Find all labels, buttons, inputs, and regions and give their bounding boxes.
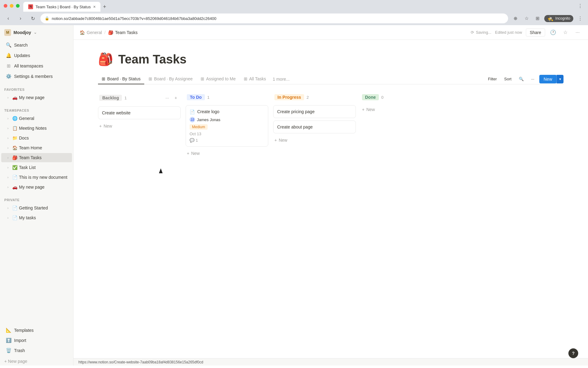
sidebar-item-team-tasks[interactable]: › 🎒 Team Tasks xyxy=(1,153,72,162)
active-browser-tab[interactable]: N Team Tasks | Board · By Status × xyxy=(23,2,100,12)
column-header-inprogress: In Progress 2 xyxy=(273,92,356,103)
backlog-count: 1 xyxy=(124,96,126,100)
sidebar-item-general[interactable]: › 🌐 General xyxy=(1,114,72,123)
history-icon-btn[interactable]: 🕐 xyxy=(549,28,557,37)
breadcrumb-current-label: Team Tasks xyxy=(115,30,138,35)
refresh-btn[interactable]: ↻ xyxy=(28,14,37,23)
backlog-more-btn[interactable]: ··· xyxy=(164,94,171,102)
templates-label: Templates xyxy=(14,328,68,333)
browser-toolbar-icons: ⊕ ☆ ⊞ 🕵 Incognito ⋮ xyxy=(511,14,584,23)
back-btn[interactable]: ‹ xyxy=(4,14,13,23)
new-page-btn[interactable]: + New page xyxy=(0,357,73,366)
more-tabs-btn[interactable]: 1 more... xyxy=(270,74,292,84)
star-icon[interactable]: ☆ xyxy=(522,14,531,23)
filter-btn[interactable]: Filter xyxy=(485,75,499,82)
more-view-options-btn[interactable]: ··· xyxy=(529,75,537,82)
sidebar-item-new-document[interactable]: › 📄 This is my new document xyxy=(1,173,72,182)
new-document-icon: 📄 xyxy=(12,175,18,180)
minimize-window-btn[interactable] xyxy=(10,4,13,8)
cast-icon[interactable]: ⊕ xyxy=(511,14,520,23)
sidebar-item-settings[interactable]: ⚙️ Settings & members xyxy=(1,71,72,81)
sidebar-item-updates[interactable]: 🔔 Updates xyxy=(1,51,72,60)
sidebar-item-label-search: Search xyxy=(14,43,68,48)
backlog-add-btn[interactable]: + xyxy=(172,94,179,102)
extensions-icon[interactable]: ⊞ xyxy=(533,14,542,23)
breadcrumb-separator: / xyxy=(104,30,106,35)
card-create-pricing[interactable]: Create pricing page xyxy=(273,105,356,118)
meeting-notes-icon: 📋 xyxy=(12,126,18,131)
backlog-actions: ··· + xyxy=(164,94,179,102)
maximize-window-btn[interactable] xyxy=(16,4,20,8)
topbar: 🏠 General / 🎒 Team Tasks ⟳ Saving... Edi… xyxy=(74,25,588,40)
meeting-notes-label: Meeting Notes xyxy=(19,126,70,131)
sidebar-item-label-settings: Settings & members xyxy=(14,74,68,79)
chevron-icon: › xyxy=(6,186,10,189)
window-controls xyxy=(0,2,23,10)
card-title: Create about page xyxy=(277,125,352,129)
tab-board-status[interactable]: ⊞ Board · By Status xyxy=(98,74,144,84)
templates-icon: 📐 xyxy=(6,328,12,333)
breadcrumb-current-btn[interactable]: 🎒 Team Tasks xyxy=(108,30,138,35)
sidebar-item-my-new-page[interactable]: › 🚗 My new page xyxy=(1,93,72,102)
sidebar-item-task-list[interactable]: › ✅ Task List xyxy=(1,163,72,172)
tab-all-tasks[interactable]: ⊞ All Tasks xyxy=(240,74,270,84)
card-create-logo[interactable]: 📄 Create logo JJ James Jonas Medium Oct … xyxy=(186,105,268,147)
share-btn[interactable]: Share xyxy=(526,29,545,36)
breadcrumb-home-btn[interactable]: 🏠 General xyxy=(80,30,102,35)
getting-started-icon: 📄 xyxy=(12,205,18,210)
inprogress-badge: In Progress xyxy=(274,94,304,100)
page-emoji: 🎒 xyxy=(98,52,113,67)
done-add-new-btn[interactable]: + New xyxy=(361,105,443,114)
tab-close-btn[interactable]: × xyxy=(93,4,96,9)
chevron-icon: › xyxy=(6,127,10,130)
column-header-todo: To Do 1 xyxy=(186,92,268,103)
sidebar-item-docs[interactable]: › 📁 Docs xyxy=(1,133,72,143)
sidebar-item-my-tasks[interactable]: › 📄 My tasks xyxy=(1,213,72,222)
chevron-icon: › xyxy=(6,96,10,99)
new-record-caret-btn[interactable]: ▾ xyxy=(556,75,564,83)
chevron-icon: › xyxy=(6,117,10,120)
sidebar-item-meeting-notes[interactable]: › 📋 Meeting Notes xyxy=(1,124,72,133)
board-assignee-icon: ⊞ xyxy=(149,76,152,81)
search-btn[interactable]: 🔍 xyxy=(516,75,526,82)
inprogress-count: 2 xyxy=(307,95,309,100)
priority-badge: Medium xyxy=(190,124,208,130)
inprogress-add-new-btn[interactable]: + New xyxy=(273,136,356,144)
team-home-label: Team Home xyxy=(19,145,70,150)
bookmark-icon-btn[interactable]: ☆ xyxy=(561,28,570,37)
tab-assigned-to-me[interactable]: ⊞ Assigned to Me xyxy=(197,74,239,84)
close-window-btn[interactable] xyxy=(4,4,7,8)
new-record-btn[interactable]: New xyxy=(539,75,556,83)
card-create-website[interactable]: Create website ✏️ ··· xyxy=(98,106,181,119)
board-container: Backlog 1 ··· + Create website ✏️ xyxy=(98,92,564,164)
sidebar-item-import[interactable]: ⬆️ Import xyxy=(1,335,72,345)
private-section-label: Private xyxy=(0,192,73,203)
sidebar-item-search[interactable]: 🔍 Search xyxy=(1,40,72,50)
team-home-icon: 🏠 xyxy=(12,145,18,150)
address-bar[interactable]: 🔒 notion.so/2abbade7c80046b1ae50d1a75ecc… xyxy=(40,13,508,23)
card-create-about[interactable]: Create about page xyxy=(273,121,356,133)
sidebar-item-all-teamspaces[interactable]: ⊞ All teamspaces xyxy=(1,61,72,71)
todo-add-new-btn[interactable]: + New xyxy=(186,149,268,158)
saving-spinner-icon: ⟳ xyxy=(471,30,474,35)
new-tab-btn[interactable]: + xyxy=(100,2,109,11)
forward-btn[interactable]: › xyxy=(16,14,25,23)
assigned-to-me-label: Assigned to Me xyxy=(206,76,236,81)
more-options-btn[interactable]: ··· xyxy=(573,28,582,37)
tab-board-assignee[interactable]: ⊞ Board · By Assignee xyxy=(145,74,196,84)
browser-more-btn[interactable]: ⋮ xyxy=(576,14,584,23)
sort-btn[interactable]: Sort xyxy=(502,75,514,82)
sidebar-item-getting-started[interactable]: › 📄 Getting Started xyxy=(1,203,72,213)
sidebar-item-templates[interactable]: 📐 Templates xyxy=(1,325,72,335)
page-content: 🎒 Team Tasks ⊞ Board · By Status ⊞ Board… xyxy=(74,40,588,358)
card-text: Create logo xyxy=(197,109,219,114)
browser-menu-btn[interactable]: ⋮ xyxy=(576,2,584,10)
sidebar-item-my-new-page-2[interactable]: › 🚗 My new page xyxy=(1,182,72,192)
sidebar-item-trash[interactable]: 🗑️ Trash xyxy=(1,346,72,355)
backlog-add-new-btn[interactable]: + New xyxy=(98,122,181,130)
settings-icon: ⚙️ xyxy=(6,74,12,79)
sidebar-item-team-home[interactable]: › 🏠 Team Home xyxy=(1,143,72,152)
sidebar-item-label-updates: Updates xyxy=(14,53,68,58)
help-btn[interactable]: ? xyxy=(568,348,578,358)
workspace-name[interactable]: M Moodjoy ⌄ xyxy=(4,29,37,36)
